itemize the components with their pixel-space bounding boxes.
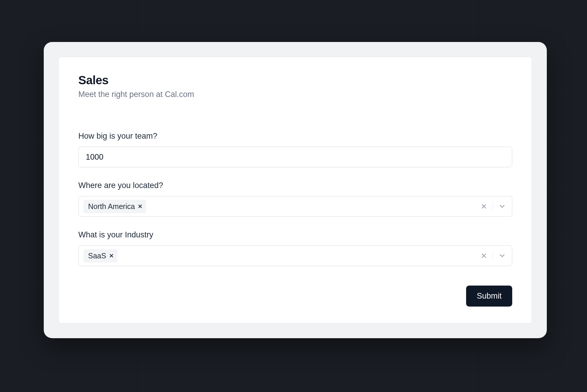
- submit-button[interactable]: Submit: [466, 286, 512, 307]
- chip-label: SaaS: [88, 252, 106, 260]
- page-title: Sales: [78, 74, 512, 87]
- team-size-input[interactable]: [78, 147, 512, 167]
- label-industry: What is your Industry: [78, 230, 512, 239]
- field-location: Where are you located? North America: [78, 181, 512, 217]
- chevron-down-icon[interactable]: [498, 203, 506, 210]
- field-team-size: How big is your team?: [78, 132, 512, 167]
- divider: [493, 202, 493, 210]
- chip-label: North America: [88, 202, 135, 211]
- form-inner-card: Sales Meet the right person at Cal.com H…: [59, 57, 532, 323]
- chevron-down-icon[interactable]: [498, 252, 506, 260]
- industry-chips: SaaS: [82, 249, 480, 263]
- field-industry: What is your Industry SaaS: [78, 230, 512, 266]
- close-icon[interactable]: [138, 204, 142, 209]
- label-location: Where are you located?: [78, 181, 512, 190]
- page-subtitle: Meet the right person at Cal.com: [78, 90, 512, 99]
- chip-location: North America: [83, 200, 146, 213]
- close-icon[interactable]: [109, 253, 114, 258]
- location-chips: North America: [82, 200, 480, 213]
- select-controls: [480, 252, 508, 260]
- close-icon[interactable]: [480, 252, 487, 259]
- label-team-size: How big is your team?: [78, 132, 512, 141]
- chip-industry: SaaS: [83, 249, 117, 263]
- industry-select[interactable]: SaaS: [78, 245, 512, 266]
- form-outer-card: Sales Meet the right person at Cal.com H…: [44, 42, 547, 338]
- select-controls: [480, 202, 508, 210]
- location-select[interactable]: North America: [78, 196, 512, 217]
- form-footer: Submit: [78, 286, 512, 307]
- divider: [493, 252, 493, 260]
- close-icon[interactable]: [480, 203, 487, 210]
